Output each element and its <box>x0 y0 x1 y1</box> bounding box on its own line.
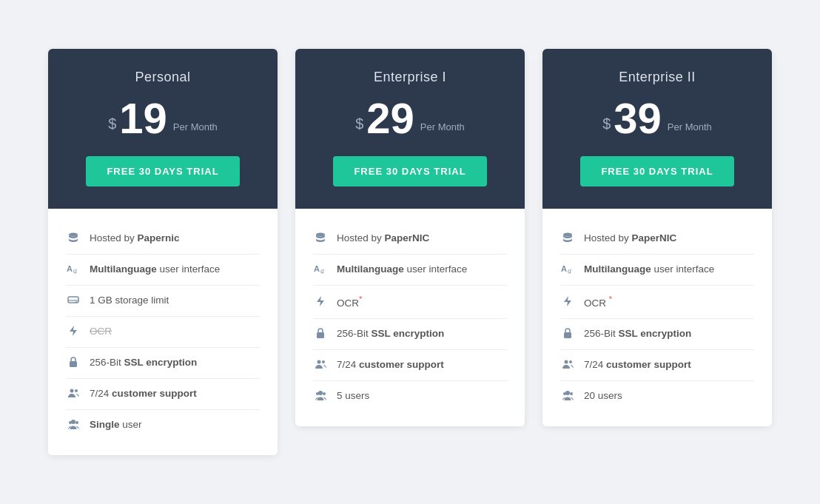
lang-icon: Aą <box>560 263 575 276</box>
per-month-label: Per Month <box>668 121 712 132</box>
svg-point-8 <box>73 363 74 365</box>
hdd-icon <box>66 294 81 308</box>
feature-label: 256-Bit SSL encryption <box>90 356 197 370</box>
price-amount: 39 <box>614 97 662 140</box>
svg-marker-17 <box>317 296 324 306</box>
feature-label: 1 GB storage limit <box>90 294 169 308</box>
trial-button[interactable]: FREE 30 DAYS TRIAL <box>86 156 239 187</box>
svg-point-19 <box>320 335 321 336</box>
bold-text: SSL encryption <box>619 328 692 339</box>
svg-point-5 <box>75 301 77 303</box>
user-icon <box>313 389 328 403</box>
users-icon <box>560 358 575 372</box>
feature-label: Multilanguage user interface <box>584 263 714 277</box>
feature-label: Multilanguage user interface <box>337 263 467 277</box>
svg-marker-6 <box>70 326 77 336</box>
bolt-icon <box>313 295 328 309</box>
lang-icon: Aą <box>66 263 81 276</box>
svg-point-20 <box>317 360 320 364</box>
feature-item: 256-Bit SSL encryption <box>66 348 260 379</box>
svg-text:A: A <box>561 264 567 273</box>
svg-text:ą: ą <box>320 266 324 274</box>
feature-item: OCR* <box>313 286 507 319</box>
pricing-container: Personal$19Per MonthFREE 30 DAYS TRIALHo… <box>26 27 794 477</box>
feature-label: OCR* <box>337 294 362 310</box>
feature-label: 256-Bit SSL encryption <box>584 327 691 341</box>
bolt-icon <box>560 295 575 309</box>
pricing-card-2: Enterprise II$39Per MonthFREE 30 DAYS TR… <box>542 49 772 426</box>
feature-item: 5 users <box>313 381 507 411</box>
bold-text: Multilanguage <box>584 263 651 275</box>
user-icon <box>560 389 575 403</box>
currency-symbol: $ <box>602 115 611 132</box>
lock-icon <box>560 327 575 341</box>
bold-text: customer support <box>112 388 197 399</box>
feature-label: 20 users <box>584 389 622 403</box>
svg-point-24 <box>323 392 326 395</box>
user-icon <box>66 418 81 432</box>
bold-text: PaperNIC <box>632 232 677 243</box>
svg-point-0 <box>69 233 78 237</box>
svg-point-13 <box>75 421 78 424</box>
feature-item: 1 GB storage limit <box>66 286 260 317</box>
svg-point-31 <box>564 360 568 364</box>
svg-point-35 <box>570 392 573 395</box>
svg-point-11 <box>71 420 75 424</box>
feature-label: Hosted by PaperNIC <box>337 232 429 246</box>
feature-item: 7/24 customer support <box>313 350 507 381</box>
bold-text: SSL encryption <box>372 328 445 339</box>
feature-label: 7/24 customer support <box>337 358 444 372</box>
bold-text: SSL encryption <box>124 357 198 368</box>
svg-text:ą: ą <box>73 266 77 274</box>
bolt-icon <box>66 325 81 339</box>
svg-point-32 <box>569 360 572 363</box>
feature-item: OCR <box>66 317 260 348</box>
card-header: Personal$19Per MonthFREE 30 DAYS TRIAL <box>48 49 278 209</box>
feature-label: 5 users <box>337 389 369 403</box>
asterisk-marker: * <box>359 295 362 303</box>
svg-point-21 <box>322 360 325 363</box>
price-row: $39Per Month <box>560 97 754 140</box>
plan-name: Personal <box>66 70 260 85</box>
feature-item: AąMultilanguage user interface <box>313 255 507 286</box>
bold-text: customer support <box>606 359 691 370</box>
feature-item: 20 users <box>560 381 754 411</box>
feature-item: AąMultilanguage user interface <box>66 255 260 286</box>
users-icon <box>66 387 81 401</box>
card-header: Enterprise I$29Per MonthFREE 30 DAYS TRI… <box>295 49 525 209</box>
feature-item: Hosted by PaperNIC <box>560 224 754 255</box>
db-icon <box>66 232 81 246</box>
struck-text: OCR <box>90 326 112 337</box>
card-features: Hosted by PapernicAąMultilanguage user i… <box>48 209 278 455</box>
trial-button[interactable]: FREE 30 DAYS TRIAL <box>333 156 486 187</box>
feature-item: 256-Bit SSL encryption <box>560 319 754 350</box>
lock-icon <box>313 327 328 341</box>
pricing-card-0: Personal$19Per MonthFREE 30 DAYS TRIALHo… <box>48 49 278 455</box>
db-icon <box>313 232 328 246</box>
currency-symbol: $ <box>108 115 116 132</box>
feature-item: AąMultilanguage user interface <box>560 255 754 286</box>
feature-item: 7/24 customer support <box>560 350 754 381</box>
svg-point-23 <box>316 392 319 395</box>
svg-point-33 <box>565 391 570 395</box>
svg-point-14 <box>316 233 325 237</box>
feature-label: 7/24 customer support <box>90 387 197 401</box>
currency-symbol: $ <box>355 115 363 132</box>
lang-icon: Aą <box>313 263 328 276</box>
feature-item: Hosted by Papernic <box>66 224 260 255</box>
bold-text: customer support <box>359 359 444 370</box>
feature-label: 256-Bit SSL encryption <box>337 327 444 341</box>
price-row: $19Per Month <box>66 97 260 140</box>
asterisk-marker: * <box>609 295 612 303</box>
feature-item: OCR * <box>560 286 754 319</box>
per-month-label: Per Month <box>420 121 465 132</box>
per-month-label: Per Month <box>173 121 218 132</box>
bold-text: Single <box>90 419 120 430</box>
feature-label: Multilanguage user interface <box>90 263 220 277</box>
svg-text:ą: ą <box>568 266 571 274</box>
bold-text: PaperNIC <box>385 232 430 243</box>
feature-item: 7/24 customer support <box>66 379 260 410</box>
lock-icon <box>66 356 81 370</box>
trial-button[interactable]: FREE 30 DAYS TRIAL <box>580 156 733 187</box>
svg-point-25 <box>563 233 572 237</box>
